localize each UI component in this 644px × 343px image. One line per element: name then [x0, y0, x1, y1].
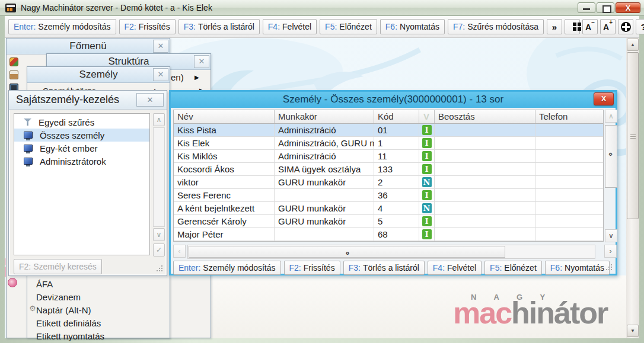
logo-accent: mac: [453, 296, 511, 330]
table-row[interactable]: Kis Elek Adminisztráció, GURU mu 1 I: [174, 137, 603, 150]
person-window-title-bar[interactable]: Személy - Összes személy(3000000001) - 1…: [171, 92, 616, 108]
table-row[interactable]: Kis Miklós Adminisztráció 11 I: [174, 150, 603, 163]
list-scroll-up-button[interactable]: ∧: [153, 113, 165, 126]
chevron-up-icon: ∧: [608, 112, 614, 120]
footer-button-print[interactable]: F6:Nyomtatás: [545, 261, 610, 275]
table-horizontal-scrollbar[interactable]: ‹ ‹› ›: [173, 245, 617, 259]
person-window-close-icon[interactable]: X: [594, 92, 614, 105]
list-item-adminisztratorok[interactable]: Adminisztrátorok: [14, 155, 149, 168]
toolbar-button-print[interactable]: F6:Nyomtatás: [380, 19, 445, 34]
button-label: Törlés a listáról: [363, 263, 419, 273]
filter-list: Egyedi szűrés Összes személy Egy-két emb…: [14, 113, 150, 255]
table-scroll-right-button[interactable]: ›: [604, 245, 617, 258]
table-row[interactable]: Seres Ferenc 36 I: [174, 189, 603, 202]
table-row[interactable]: Kocsordi Ákos SIMA ügyek osztálya 133 I: [174, 163, 603, 176]
person-window-title: Személy - Összes személy(3000000001) - 1…: [283, 94, 503, 105]
fomenu-title-bar[interactable]: Főmenü ✕: [7, 39, 170, 55]
column-header-beosztas[interactable]: Beosztás: [435, 110, 535, 123]
own-panel-close-icon[interactable]: ✕: [136, 93, 164, 107]
footer-button-preview[interactable]: F5:Előnézet: [484, 261, 542, 275]
table-row[interactable]: Gerencsér Károly GURU munkakör 5 I: [174, 215, 603, 228]
thumb-marker-icon: ‹›: [607, 152, 616, 155]
column-header-kod[interactable]: Kód: [374, 110, 419, 123]
menu-item-fragment[interactable]: en): [171, 72, 184, 82]
list-scroll-down-button[interactable]: ∨: [153, 228, 165, 241]
cell-name: viktor: [174, 176, 275, 188]
table-scroll-up-button[interactable]: ∧: [605, 110, 617, 123]
cell-name: Major Péter: [174, 228, 275, 241]
toolbar-button-modify[interactable]: Enter:Személy módosítás: [8, 19, 116, 34]
resize-grip[interactable]: [611, 269, 612, 270]
scroll-down-button[interactable]: ▼: [627, 325, 639, 337]
toolbar-button-preview[interactable]: F5:Előnézet: [320, 19, 377, 34]
cell-phone: [535, 124, 603, 136]
menu-item-naptar[interactable]: Naptár (Alt-N): [36, 305, 91, 315]
menu-item-afa[interactable]: ÁFA: [36, 279, 53, 289]
status-badge: I: [422, 164, 432, 174]
footer-button-refresh[interactable]: F2:Frissítés: [284, 261, 340, 275]
grid-layout-icon[interactable]: [565, 19, 580, 34]
list-scrollbar-track[interactable]: [153, 127, 165, 227]
list-item-egyedi-szures[interactable]: Egyedi szűrés: [14, 116, 149, 129]
cell-position: [435, 176, 535, 188]
table-scrollbar-thumb[interactable]: ‹›: [605, 125, 617, 188]
target-button[interactable]: [618, 19, 633, 34]
own-panel-title-bar[interactable]: Sajátszemély-kezelés ✕: [9, 91, 167, 110]
table-row[interactable]: Kiss Pista Adminisztráció 01 I: [174, 124, 603, 137]
footer-button-add[interactable]: F4:Felvétel: [428, 261, 482, 275]
close-button[interactable]: X: [616, 2, 640, 13]
cell-job: Adminisztráció: [275, 124, 374, 136]
footer-button-delete-from-list[interactable]: F3:Törlés a listáról: [343, 261, 425, 275]
table-row[interactable]: A ként bejelntkezett GURU munkakör 4 N: [174, 202, 603, 215]
key-label: F5:: [490, 263, 502, 273]
cell-phone: [535, 176, 603, 188]
toolbar-button-filter-modify[interactable]: F7:Szűrés módosítása: [448, 19, 544, 34]
more-buttons-icon[interactable]: »: [547, 19, 562, 34]
font-decrease-button[interactable]: A−: [582, 19, 598, 34]
main-vertical-scrollbar[interactable]: ▲ ▼: [626, 38, 639, 338]
menu-item-etikett-nyomtatas[interactable]: Etikett nyomtatás: [36, 331, 104, 341]
cell-phone: [535, 163, 603, 175]
scrollbar-thumb[interactable]: [627, 52, 639, 219]
toolbar-button-refresh[interactable]: F2:Frissítés: [119, 19, 176, 34]
h-scrollbar-thumb[interactable]: ‹›: [189, 246, 505, 258]
submenu-arrow-icon: ▶: [195, 74, 199, 81]
button-label: Személy módosítás: [38, 22, 110, 31]
table-scroll-down-button[interactable]: ∨: [605, 229, 617, 242]
help-button[interactable]: ?: [636, 19, 644, 34]
column-header-v[interactable]: V: [419, 110, 435, 123]
own-panel-title: Sajátszemély-kezelés: [16, 94, 119, 105]
maximize-button[interactable]: [597, 2, 614, 13]
window-title: Nagy Machinátor szerver - Demó kötet - a…: [21, 3, 212, 12]
title-bar[interactable]: Nagy Machinátor szerver - Demó kötet - a…: [0, 0, 644, 16]
h-scrollbar-track[interactable]: ‹›: [187, 245, 595, 259]
resize-grip[interactable]: [161, 270, 162, 271]
cell-job: GURU munkakör: [275, 202, 374, 214]
column-header-munkakor[interactable]: Munkakör: [275, 110, 374, 123]
fomenu-close-icon[interactable]: ✕: [153, 40, 168, 53]
minimize-button[interactable]: [578, 2, 595, 13]
list-item-egy-ket-ember[interactable]: Egy-két ember: [14, 142, 149, 155]
szemely-close-icon[interactable]: ✕: [153, 68, 168, 81]
menu-item-devizanem[interactable]: Devizanem: [36, 292, 81, 302]
menu-item-etikett-definialas[interactable]: Etikett definiálás: [36, 318, 101, 328]
struktura-close-icon[interactable]: ✕: [194, 55, 209, 68]
list-item-label: Egy-két ember: [40, 143, 98, 153]
scroll-up-button[interactable]: ▲: [627, 39, 639, 51]
footer-button-modify[interactable]: Enter:Személy módosítás: [173, 261, 281, 275]
list-item-osszes-szemely[interactable]: Összes személy: [14, 129, 149, 142]
font-increase-button[interactable]: A+: [600, 19, 616, 34]
confirm-button[interactable]: ✓: [153, 243, 165, 257]
szemely-title-bar[interactable]: Személy ✕: [27, 67, 170, 83]
column-header-nev[interactable]: Név: [174, 110, 275, 123]
table-row[interactable]: viktor GURU munkakör 2 N: [174, 176, 603, 189]
toolbar-button-add[interactable]: F4:Felvétel: [263, 19, 317, 34]
person-search-button[interactable]: F2:Személy keresés: [14, 259, 102, 274]
table-scroll-left-button[interactable]: ‹: [173, 245, 186, 258]
column-header-telefon[interactable]: Telefon: [535, 110, 603, 123]
menu-item-icon: [9, 57, 18, 66]
table-vertical-scrollbar[interactable]: ∧ ‹› ∨: [605, 110, 617, 242]
cell-flag: N: [419, 202, 435, 214]
toolbar-button-delete-from-list[interactable]: F3:Törlés a listáról: [178, 19, 260, 34]
table-row[interactable]: Major Péter 68 I: [174, 228, 603, 241]
